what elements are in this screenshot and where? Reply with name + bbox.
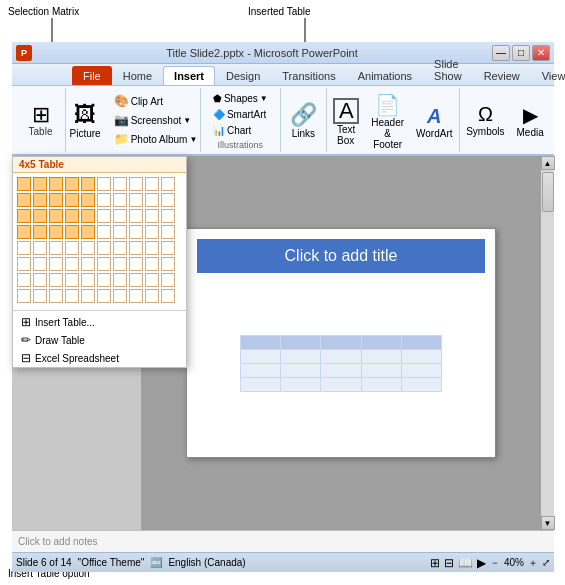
matrix-cell-5-9[interactable] [161,257,175,271]
matrix-cell-7-8[interactable] [145,289,159,303]
matrix-cell-1-0[interactable] [17,193,31,207]
matrix-cell-6-2[interactable] [49,273,63,287]
table-button[interactable]: ⊞ Table [24,101,58,140]
matrix-cell-1-8[interactable] [145,193,159,207]
matrix-cell-2-6[interactable] [113,209,127,223]
matrix-cell-4-7[interactable] [129,241,143,255]
scroll-down-btn[interactable]: ▼ [541,516,555,530]
matrix-cell-1-9[interactable] [161,193,175,207]
matrix-cell-4-1[interactable] [33,241,47,255]
chart-button[interactable]: 📊 Chart [209,123,272,138]
matrix-cell-5-5[interactable] [97,257,111,271]
insert-table-option[interactable]: ⊞ Insert Table... [13,313,186,331]
view-reading-icon[interactable]: 📖 [458,556,473,570]
scroll-thumb[interactable] [542,172,554,212]
matrix-cell-3-4[interactable] [81,225,95,239]
tab-home[interactable]: Home [112,66,163,85]
matrix-cell-3-0[interactable] [17,225,31,239]
matrix-cell-0-9[interactable] [161,177,175,191]
picture-button[interactable]: 🖼 Picture [65,90,106,150]
matrix-cell-6-5[interactable] [97,273,111,287]
matrix-cell-3-1[interactable] [33,225,47,239]
matrix-cell-0-3[interactable] [65,177,79,191]
tab-review[interactable]: Review [473,66,531,85]
matrix-cell-0-8[interactable] [145,177,159,191]
matrix-cell-0-4[interactable] [81,177,95,191]
matrix-cell-2-1[interactable] [33,209,47,223]
slide-title-placeholder[interactable]: Click to add title [197,239,485,273]
matrix-cell-6-7[interactable] [129,273,143,287]
wordart-button[interactable]: A WordArt [411,102,458,142]
matrix-cell-1-3[interactable] [65,193,79,207]
matrix-cell-5-7[interactable] [129,257,143,271]
matrix-cell-7-5[interactable] [97,289,111,303]
matrix-cell-5-2[interactable] [49,257,63,271]
matrix-cell-6-8[interactable] [145,273,159,287]
matrix-cell-5-4[interactable] [81,257,95,271]
matrix-cell-7-7[interactable] [129,289,143,303]
shapes-button[interactable]: ⬟ Shapes ▼ [209,91,272,106]
matrix-cell-1-1[interactable] [33,193,47,207]
tab-file[interactable]: File [72,66,112,85]
matrix-cell-5-6[interactable] [113,257,127,271]
matrix-cell-0-6[interactable] [113,177,127,191]
matrix-cell-0-1[interactable] [33,177,47,191]
matrix-cell-4-6[interactable] [113,241,127,255]
matrix-cell-6-9[interactable] [161,273,175,287]
matrix-cell-7-2[interactable] [49,289,63,303]
matrix-cell-3-2[interactable] [49,225,63,239]
fit-window-btn[interactable]: ⤢ [542,557,550,568]
clip-art-button[interactable]: 🎨 Clip Art [110,92,202,110]
matrix-cell-7-3[interactable] [65,289,79,303]
matrix-cell-4-9[interactable] [161,241,175,255]
matrix-cell-5-8[interactable] [145,257,159,271]
matrix-cell-4-8[interactable] [145,241,159,255]
notes-bar[interactable]: Click to add notes [12,530,554,552]
tab-slideshow[interactable]: Slide Show [423,54,473,85]
screenshot-button[interactable]: 📷 Screenshot ▼ [110,111,202,129]
scroll-up-btn[interactable]: ▲ [541,156,555,170]
matrix-cell-2-4[interactable] [81,209,95,223]
matrix-cell-1-2[interactable] [49,193,63,207]
photo-album-button[interactable]: 📁 Photo Album ▼ [110,130,202,148]
matrix-cell-2-5[interactable] [97,209,111,223]
matrix-cell-2-8[interactable] [145,209,159,223]
matrix-cell-3-8[interactable] [145,225,159,239]
zoom-minus-btn[interactable]: － [490,556,500,570]
excel-spreadsheet-option[interactable]: ⊟ Excel Spreadsheet [13,349,186,367]
matrix-cell-4-3[interactable] [65,241,79,255]
matrix-cell-3-9[interactable] [161,225,175,239]
matrix-cell-7-4[interactable] [81,289,95,303]
close-button[interactable]: ✕ [532,45,550,61]
text-box-button[interactable]: A TextBox [328,95,364,149]
matrix-cell-6-3[interactable] [65,273,79,287]
matrix-cell-0-2[interactable] [49,177,63,191]
matrix-cell-5-1[interactable] [33,257,47,271]
matrix-cell-2-9[interactable] [161,209,175,223]
matrix-cell-3-3[interactable] [65,225,79,239]
tab-design[interactable]: Design [215,66,271,85]
matrix-cell-7-6[interactable] [113,289,127,303]
matrix-cell-2-3[interactable] [65,209,79,223]
draw-table-option[interactable]: ✏ Draw Table [13,331,186,349]
zoom-plus-btn[interactable]: ＋ [528,556,538,570]
matrix-cell-2-2[interactable] [49,209,63,223]
matrix-cell-5-3[interactable] [65,257,79,271]
view-slideshow-icon[interactable]: ▶ [477,556,486,570]
media-button[interactable]: ▶ Media [512,100,549,141]
view-slide-sorter-icon[interactable]: ⊟ [444,556,454,570]
matrix-cell-4-5[interactable] [97,241,111,255]
slide-inserted-table[interactable] [240,335,442,392]
matrix-cell-1-7[interactable] [129,193,143,207]
matrix-cell-6-6[interactable] [113,273,127,287]
matrix-cell-7-0[interactable] [17,289,31,303]
matrix-cell-5-0[interactable] [17,257,31,271]
matrix-cell-0-7[interactable] [129,177,143,191]
links-button[interactable]: 🔗 Links [285,99,322,142]
matrix-cell-6-0[interactable] [17,273,31,287]
tab-animations[interactable]: Animations [347,66,423,85]
matrix-cell-1-5[interactable] [97,193,111,207]
matrix-cell-7-1[interactable] [33,289,47,303]
matrix-cell-6-1[interactable] [33,273,47,287]
matrix-cell-4-4[interactable] [81,241,95,255]
